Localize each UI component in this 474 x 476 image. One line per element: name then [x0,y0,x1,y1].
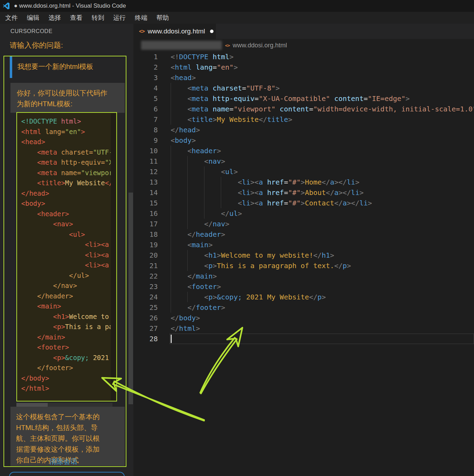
code-line[interactable]: 10 <header> [133,146,474,156]
code-line[interactable]: 16 </ul> [133,208,474,219]
snippet-line: <ul> [21,229,111,240]
code-line[interactable]: 22 </main> [133,271,474,281]
menu-item-5[interactable]: 运行 [109,12,130,24]
snippet-line: <footer> [21,342,111,353]
code-line[interactable]: 2<html lang="en"> [133,62,474,72]
code-line[interactable]: 18 </header> [133,229,474,240]
menu-bar: 文件编辑选择查看转到运行终端帮助 [0,12,474,24]
tab-www-ddosi-org-html[interactable]: <> www.ddosi.org.html [133,24,216,39]
snippet-line: <html lang="en"> [21,127,111,137]
prompt-label: 请输入你的问题: [10,40,63,50]
code-line[interactable]: 14 <li><a href="#">About</a></li> [133,187,474,198]
menu-item-2[interactable]: 选择 [44,12,65,24]
line-number: 17 [133,219,158,229]
snippet-line: <li><a href="#">Home</a></li> [21,240,111,250]
question-input[interactable] [9,472,125,476]
code-line[interactable]: 23 <footer> [133,281,474,292]
code-line[interactable]: 11 <nav> [133,156,474,166]
line-number: 23 [133,281,158,292]
code-snippet-block: <!DOCTYPE html><html lang="en"><head> <m… [16,112,117,401]
tab-strip: <> www.ddosi.org.html [133,24,474,39]
line-number: 5 [133,93,158,104]
assistant-intro-text: 你好，你可以使用以下代码作为新的HTML模板: [17,88,109,109]
code-line[interactable]: 13 <li><a href="#">Home</a></li> [133,177,474,187]
code-line[interactable]: 12 <ul> [133,166,474,177]
snippet-line: <meta charset="UTF-8"> [21,147,111,158]
menu-item-6[interactable]: 终端 [130,12,152,24]
line-number: 19 [133,240,158,250]
code-line[interactable]: 6 <meta name="viewport" content="width=d… [133,104,474,114]
code-line[interactable]: 15 <li><a href="#">Contact</a></li> [133,198,474,208]
snippet-line: </main> [21,332,111,343]
user-message-quote-bar [10,56,12,78]
tab-label: www.ddosi.org.html [148,28,205,35]
snippet-line: </body> [21,373,111,384]
snippet-line: <li><a href="#">Contact</a></li> [21,260,111,271]
snippet-line: <!DOCTYPE html> [21,116,111,127]
menu-item-1[interactable]: 编辑 [22,12,44,24]
line-number: 4 [133,83,158,93]
code-editor[interactable]: 1<!DOCTYPE html>2<html lang="en">3<head>… [133,52,474,476]
code-line[interactable]: 28 [133,334,474,344]
html-file-icon: <> [139,28,145,34]
line-number: 1 [133,52,158,62]
assistant-message-intro: 你好，你可以使用以下代码作为新的HTML模板: [10,83,125,113]
code-line[interactable]: 7 <title>My Website</title> [133,114,474,125]
sidebar-scrollbar[interactable] [129,193,133,404]
line-number: 27 [133,323,158,334]
snippet-line: </head> [21,188,111,199]
snippet-line: </footer> [21,363,111,373]
redacted-path [141,41,222,50]
snippet-line: <meta http-equiv="X-UA-Compatible" conte… [21,157,111,168]
code-line[interactable]: 3<head> [133,72,474,83]
line-number: 6 [133,104,158,114]
line-number: 8 [133,125,158,135]
unsaved-dot-icon[interactable] [210,30,213,33]
line-number: 14 [133,187,158,198]
menu-item-0[interactable]: 文件 [1,12,22,24]
snippet-line: <nav> [21,219,111,229]
snippet-line: <p>This is a paragraph of text.</p> [21,322,111,332]
menu-item-3[interactable]: 查看 [65,12,87,24]
code-line[interactable]: 4 <meta charset="UTF-8"> [133,83,474,93]
code-line[interactable]: 19 <main> [133,240,474,250]
code-line[interactable]: 20 <h1>Welcome to my website!</h1> [133,250,474,260]
menu-item-7[interactable]: 帮助 [152,12,173,24]
code-line[interactable]: 9<body> [133,135,474,146]
snippet-line: </nav> [21,281,111,291]
line-number: 10 [133,146,158,156]
snippet-line: </ul> [21,271,111,281]
code-line[interactable]: 8</head> [133,125,474,135]
line-number: 2 [133,62,158,72]
window-title: ● www.ddosi.org.html - Visual Studio Cod… [14,2,126,9]
clear-session-link[interactable]: 清除会话 [49,457,77,466]
code-line[interactable]: 25 </footer> [133,302,474,313]
code-line[interactable]: 17 </nav> [133,219,474,229]
code-line[interactable]: 1<!DOCTYPE html> [133,52,474,62]
snippet-code: <!DOCTYPE html><html lang="en"><head> <m… [18,114,111,400]
snippet-line: <p>&copy; 2021 My Website</p> [21,353,111,363]
line-number: 9 [133,135,158,146]
snippet-line: </html> [21,383,111,394]
code-line[interactable]: 24 <p>&copy; 2021 My Website</p> [133,292,474,302]
line-number: 28 [133,334,158,344]
snippet-line: <title>My Website</title> [21,178,111,188]
breadcrumb-filename[interactable]: www.ddosi.org.html [233,42,287,49]
snippet-line: <head> [21,137,111,147]
breadcrumb: <> www.ddosi.org.html [133,39,474,52]
vscode-window: ● www.ddosi.org.html - Visual Studio Cod… [0,0,474,476]
editor-group: <> www.ddosi.org.html <> www.ddosi.org.h… [133,24,474,476]
code-line[interactable]: 21 <p>This is a paragraph of text.</p> [133,260,474,271]
line-number: 11 [133,156,158,166]
line-number: 15 [133,198,158,208]
line-number: 20 [133,250,158,260]
code-line[interactable]: 5 <meta http-equiv="X-UA-Compatible" con… [133,93,474,104]
menu-item-4[interactable]: 转到 [87,12,109,24]
line-number: 18 [133,229,158,240]
code-line[interactable]: 26</body> [133,313,474,323]
line-number: 3 [133,72,158,83]
line-number: 16 [133,208,158,219]
snippet-line: <meta name="viewport" content="width=dev… [21,168,111,178]
snippet-scrollbar-track[interactable] [111,114,116,400]
code-line[interactable]: 27</html> [133,323,474,334]
